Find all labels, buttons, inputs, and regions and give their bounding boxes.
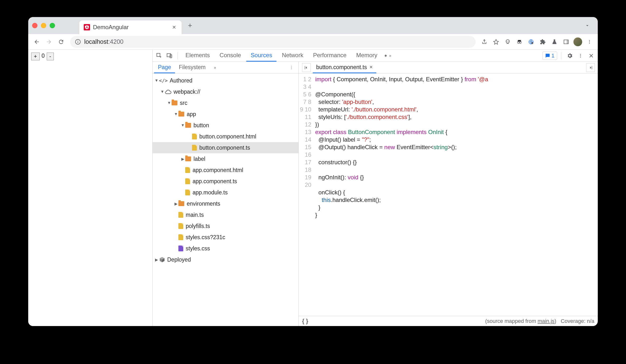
site-info-icon[interactable] (75, 39, 81, 45)
folder-icon (185, 123, 191, 128)
tree-app[interactable]: ▼app (153, 109, 298, 120)
tab-console[interactable]: Console (215, 50, 245, 62)
svg-point-7 (520, 42, 521, 43)
nav-tab-filesystem[interactable]: Filesystem (175, 62, 210, 73)
sidepanel-icon[interactable] (561, 37, 571, 47)
address-bar: localhost:4200 (28, 34, 598, 50)
tab-network[interactable]: Network (277, 50, 308, 62)
tree-webpack[interactable]: ▼webpack:// (153, 86, 298, 97)
extension-incognito-icon[interactable] (514, 37, 524, 47)
pretty-print-icon[interactable]: { } (302, 318, 308, 325)
code-editor[interactable]: 1 2 3 4 5 6 7 8 9 10 11 12 13 14 15 16 1… (299, 73, 598, 316)
tree-app-ts[interactable]: app.component.ts (153, 176, 298, 187)
svg-rect-11 (567, 40, 568, 44)
new-tab-button[interactable]: + (186, 19, 194, 32)
tree-authored[interactable]: ▼</>Authored (153, 75, 298, 86)
tab-overflow-button[interactable] (581, 21, 594, 30)
file-icon (192, 145, 197, 151)
share-icon[interactable] (479, 37, 489, 47)
tab-memory[interactable]: Memory (352, 50, 382, 62)
tree-styles[interactable]: styles.css (153, 243, 298, 254)
svg-point-6 (518, 42, 519, 43)
toolbar-icons (479, 37, 594, 47)
folder-icon (178, 112, 184, 116)
extensions-puzzle-icon[interactable] (538, 37, 548, 47)
svg-point-4 (507, 41, 508, 42)
extension-skull-icon[interactable] (503, 37, 512, 47)
tab-close-button[interactable]: ✕ (171, 23, 177, 31)
svg-rect-1 (78, 41, 78, 43)
nav-more-icon[interactable]: » (211, 66, 219, 70)
tree-deployed[interactable]: ▶Deployed (153, 254, 298, 265)
devtools-tabbar: Elements Console Sources Network Perform… (153, 50, 598, 62)
toggle-navigator-icon[interactable] (302, 63, 311, 72)
app-page: + 0 - (28, 50, 152, 326)
extension-globe-icon[interactable] (526, 37, 536, 47)
extension-flask-icon[interactable] (549, 37, 559, 47)
inspect-element-icon[interactable] (155, 51, 164, 60)
tree-label-folder[interactable]: ▶label (153, 153, 298, 164)
bookmark-star-icon[interactable] (491, 37, 501, 47)
tree-app-html[interactable]: app.component.html (153, 164, 298, 176)
editor-tab[interactable]: button.component.ts ✕ (313, 62, 376, 73)
forward-button[interactable] (44, 37, 54, 47)
svg-rect-2 (78, 40, 78, 41)
source-map-info: (source mapped from main.js) (485, 318, 556, 324)
tab-elements[interactable]: Elements (181, 50, 214, 62)
browser-window: DemoAngular ✕ + localhost:4200 (28, 17, 598, 326)
omnibox[interactable]: localhost:4200 (70, 36, 475, 48)
navigator-tabs: Page Filesystem » ⋮ (153, 62, 298, 73)
folder-icon (172, 101, 177, 105)
source-map-link[interactable]: main.js (538, 318, 555, 324)
tree-main-ts[interactable]: main.ts (153, 209, 298, 220)
svg-point-13 (589, 41, 590, 42)
line-gutter: 1 2 3 4 5 6 7 8 9 10 11 12 13 14 15 16 1… (299, 73, 314, 316)
editor-statusbar: { } (source mapped from main.js) Coverag… (299, 316, 598, 326)
tree-button-html[interactable]: button.component.html (153, 131, 298, 142)
minimize-window-button[interactable] (41, 23, 46, 28)
tab-title: DemoAngular (93, 24, 168, 31)
file-icon (185, 167, 190, 173)
cube-icon (159, 256, 165, 263)
device-toolbar-icon[interactable] (165, 51, 174, 60)
tree-app-module[interactable]: app.module.ts (153, 187, 298, 198)
tree-styles-q[interactable]: styles.css?231c (153, 232, 298, 243)
devtools-body: Page Filesystem » ⋮ ▼</>Authored ▼webpac… (153, 62, 598, 326)
tree-environments[interactable]: ▶environments (153, 198, 298, 209)
browser-tabbar: DemoAngular ✕ + (28, 17, 598, 34)
browser-tab[interactable]: DemoAngular ✕ (79, 20, 182, 34)
close-window-button[interactable] (32, 23, 38, 28)
browser-menu-icon[interactable] (585, 37, 594, 47)
window-controls (32, 23, 55, 28)
tree-button-ts[interactable]: button.component.ts (153, 142, 298, 153)
more-tabs-icon[interactable]: » (383, 51, 392, 60)
tree-button-folder[interactable]: ▼button (153, 120, 298, 131)
maximize-window-button[interactable] (50, 23, 55, 28)
editor-tab-label: button.component.ts (316, 64, 367, 71)
tree-polyfills[interactable]: polyfills.ts (153, 220, 298, 232)
file-icon (178, 212, 183, 218)
tab-sources[interactable]: Sources (246, 50, 276, 62)
devtools-panel: Elements Console Sources Network Perform… (152, 50, 598, 326)
devtools-close-icon[interactable] (587, 51, 596, 60)
svg-point-18 (580, 54, 581, 55)
nav-tab-page[interactable]: Page (154, 62, 175, 73)
tab-performance[interactable]: Performance (309, 50, 351, 62)
nav-menu-icon[interactable]: ⋮ (286, 65, 297, 70)
svg-point-9 (531, 42, 533, 44)
decrement-button[interactable]: - (47, 53, 54, 60)
back-button[interactable] (32, 37, 42, 47)
file-icon (178, 246, 183, 251)
issues-badge[interactable]: 1 (543, 52, 557, 60)
editor-tabbar: button.component.ts ✕ (299, 62, 598, 73)
devtools-menu-icon[interactable] (576, 51, 585, 60)
increment-button[interactable]: + (31, 53, 40, 60)
reload-button[interactable] (56, 37, 66, 47)
editor-pane: button.component.ts ✕ 1 2 3 4 5 6 7 8 9 … (299, 62, 598, 326)
profile-avatar[interactable] (573, 37, 583, 47)
file-icon (192, 134, 197, 140)
toggle-debugger-icon[interactable] (586, 63, 595, 72)
tree-src[interactable]: ▼src (153, 97, 298, 109)
editor-tab-close-icon[interactable]: ✕ (369, 65, 373, 70)
settings-gear-icon[interactable] (565, 51, 574, 60)
